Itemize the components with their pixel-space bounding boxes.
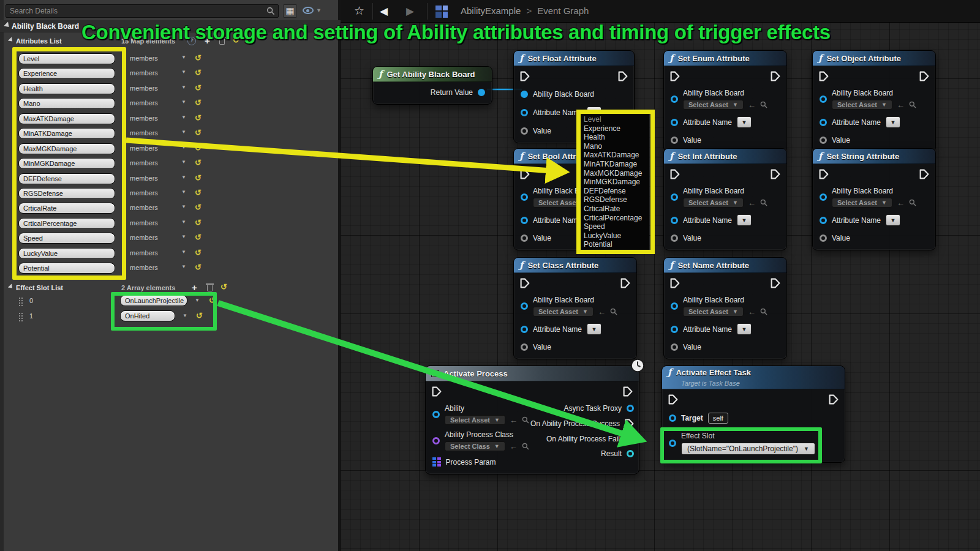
attribute-name-dropdown[interactable]: ▼ [737, 323, 752, 335]
search-details-box[interactable] [6, 4, 279, 18]
drag-handle-icon[interactable] [18, 297, 23, 306]
attribute-name-dropdown[interactable]: ▼ [886, 214, 900, 226]
favorite-star-icon[interactable]: ☆ [354, 4, 364, 18]
select-asset-dropdown[interactable]: Select Asset▼ [683, 307, 744, 317]
exec-out-pin[interactable] [623, 386, 633, 397]
revert-icon[interactable]: ↺ [195, 158, 202, 167]
select-asset-dropdown[interactable]: Select Asset▼ [683, 100, 744, 110]
revert-icon[interactable]: ↺ [195, 143, 202, 152]
node-set-object-attribute[interactable]: ƒ Set Object Attribute Ability Black Boa… [812, 50, 936, 152]
breadcrumb-blueprint[interactable]: AbilityExample [461, 6, 521, 16]
drag-handle-icon[interactable] [18, 312, 23, 321]
browse-icon[interactable] [760, 199, 767, 206]
chevron-down-icon[interactable]: ▼ [181, 69, 186, 75]
revert-icon[interactable]: ↺ [195, 98, 202, 107]
exec-out-pin[interactable] [771, 169, 780, 179]
chevron-down-icon[interactable]: ▼ [181, 159, 186, 165]
expand-triangle-icon[interactable] [8, 37, 14, 43]
struct-pin-icon[interactable] [432, 457, 441, 467]
attribute-name-pin[interactable] [521, 326, 528, 333]
exec-in-pin[interactable] [670, 71, 680, 81]
ability-black-board-pin[interactable] [521, 193, 528, 201]
attribute-name-pin[interactable] [521, 217, 528, 224]
attribute-name-dropdown[interactable]: ▼ [737, 116, 752, 128]
attribute-name-pin[interactable] [671, 326, 678, 333]
node-set-string-attribute[interactable]: ƒ Set String Attribute Ability Black Boa… [812, 148, 936, 250]
select-asset-dropdown[interactable]: Select Asset▼ [683, 198, 744, 208]
revert-icon[interactable]: ↺ [195, 68, 202, 77]
value-pin[interactable] [521, 343, 528, 351]
attribute-name-dropdown[interactable]: ▼ [587, 323, 601, 335]
exec-in-pin[interactable] [819, 169, 829, 179]
breadcrumb-graph[interactable]: Event Graph [537, 6, 589, 16]
chevron-down-icon[interactable]: ▼ [181, 264, 186, 269]
node-activate-process[interactable]: Activate Process Ability [425, 365, 639, 474]
exec-in-pin[interactable] [520, 169, 530, 179]
revert-icon[interactable]: ↺ [195, 173, 202, 182]
target-pin[interactable] [669, 414, 676, 422]
display-filter-button[interactable]: ▦ [283, 4, 297, 18]
node-set-int-attribute[interactable]: ƒ Set Int Attribute Ability Black Board … [663, 148, 787, 250]
exec-out-pin[interactable] [618, 71, 628, 81]
revert-icon[interactable]: ↺ [195, 203, 202, 212]
use-selected-icon[interactable]: ← [897, 101, 905, 109]
forward-arrow-icon[interactable]: ▶ [406, 5, 414, 18]
ability-pin[interactable] [432, 411, 440, 418]
use-selected-icon[interactable]: ← [510, 443, 518, 451]
revert-icon[interactable]: ↺ [195, 83, 202, 92]
exec-out-pin[interactable] [919, 169, 929, 179]
attribute-name-dropdown[interactable]: ▼ [737, 214, 752, 226]
exec-out-pin[interactable] [771, 71, 780, 81]
browse-icon[interactable] [610, 308, 617, 315]
chevron-down-icon[interactable]: ▼ [181, 84, 186, 90]
select-class-dropdown[interactable]: Select Class▼ [445, 441, 505, 451]
chevron-down-icon[interactable]: ▼ [181, 54, 186, 60]
chevron-down-icon[interactable]: ▼ [181, 219, 186, 225]
browse-icon[interactable] [909, 101, 916, 108]
browse-icon[interactable] [909, 199, 916, 206]
exec-in-pin[interactable] [432, 386, 442, 397]
select-asset-dropdown[interactable]: Select Asset▼ [445, 415, 505, 425]
add-element-button[interactable]: + [192, 282, 197, 293]
revert-icon[interactable]: ↺ [195, 248, 202, 257]
revert-icon[interactable]: ↺ [221, 282, 227, 291]
search-input[interactable] [6, 7, 266, 15]
attribute-name-pin[interactable] [671, 217, 678, 224]
exec-in-pin[interactable] [668, 394, 678, 405]
revert-icon[interactable]: ↺ [195, 218, 202, 227]
chevron-down-icon[interactable]: ▼ [181, 174, 186, 180]
expand-triangle-icon[interactable] [8, 283, 14, 290]
chevron-down-icon[interactable]: ▼ [181, 114, 186, 120]
chevron-down-icon[interactable]: ▼ [181, 144, 186, 150]
use-selected-icon[interactable]: ← [897, 199, 905, 207]
attribute-name-pin[interactable] [521, 109, 528, 116]
exec-in-pin[interactable] [520, 278, 530, 288]
exec-in-pin[interactable] [670, 278, 680, 288]
revert-icon[interactable]: ↺ [195, 113, 202, 122]
ability-black-board-pin[interactable] [521, 91, 528, 98]
attribute-name-dropdown[interactable]: ▼ [886, 116, 900, 128]
value-pin[interactable] [671, 234, 678, 242]
revert-icon[interactable]: ↺ [195, 233, 202, 242]
use-selected-icon[interactable]: ← [510, 416, 518, 424]
ability-black-board-pin[interactable] [671, 302, 678, 310]
exec-out-pin[interactable] [919, 71, 929, 81]
value-pin[interactable] [820, 137, 827, 144]
exec-in-pin[interactable] [670, 169, 680, 179]
exec-out-pin[interactable] [771, 278, 780, 288]
value-pin[interactable] [521, 127, 528, 135]
ability-process-class-pin[interactable] [432, 437, 440, 444]
revert-icon[interactable]: ↺ [195, 263, 202, 272]
ability-black-board-pin[interactable] [671, 96, 678, 103]
on-success-exec-pin[interactable] [625, 419, 634, 429]
chevron-down-icon[interactable]: ▼ [181, 129, 186, 135]
ability-black-board-pin[interactable] [521, 302, 528, 310]
back-arrow-icon[interactable]: ◀ [380, 5, 388, 18]
revert-icon[interactable]: ↺ [195, 128, 202, 137]
ability-black-board-pin[interactable] [820, 96, 827, 103]
value-pin[interactable] [671, 137, 678, 144]
value-pin[interactable] [521, 234, 528, 242]
exec-out-pin[interactable] [829, 394, 839, 405]
use-selected-icon[interactable]: ← [598, 308, 606, 316]
result-pin[interactable] [627, 450, 634, 457]
